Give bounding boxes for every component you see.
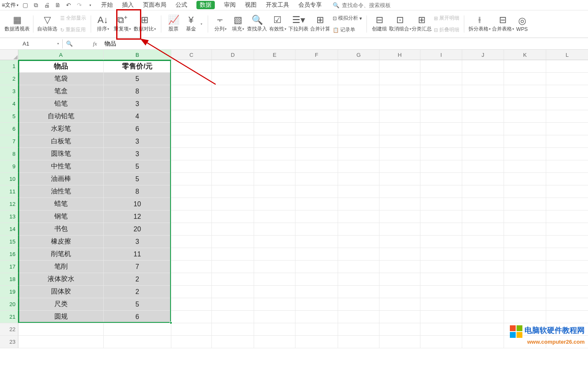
cell-K13[interactable] xyxy=(504,210,546,223)
cell-E9[interactable] xyxy=(254,160,295,173)
cell-A7[interactable]: 白板笔 xyxy=(18,135,104,148)
cell-C2[interactable] xyxy=(171,73,212,85)
cell-H13[interactable] xyxy=(379,210,420,223)
cell-L6[interactable] xyxy=(546,123,588,135)
cell-D1[interactable] xyxy=(212,60,254,73)
cell-D11[interactable] xyxy=(212,185,254,198)
cell-E13[interactable] xyxy=(254,210,295,223)
cell-K8[interactable] xyxy=(504,148,546,160)
cell-E16[interactable] xyxy=(254,248,295,261)
cell-G15[interactable] xyxy=(338,236,379,248)
saveas-icon[interactable]: ⧉ xyxy=(33,2,39,8)
search-input[interactable] xyxy=(341,2,408,9)
cell-E5[interactable] xyxy=(254,110,295,123)
auto-filter-button[interactable]: ▽自动筛选 xyxy=(37,12,58,36)
cell-K9[interactable] xyxy=(504,160,546,173)
cell-D20[interactable] xyxy=(212,298,254,311)
cell-H9[interactable] xyxy=(379,160,420,173)
cell-B7[interactable]: 3 xyxy=(104,135,171,148)
dropdown-list-button[interactable]: ☰▾下拉列表 xyxy=(288,12,309,36)
cell-G14[interactable] xyxy=(338,223,379,236)
cell-A18[interactable]: 液体胶水 xyxy=(18,273,104,286)
qat-dropdown-icon[interactable]: ▾ xyxy=(87,2,94,8)
cell-B2[interactable]: 5 xyxy=(104,73,171,85)
print-icon[interactable]: 🖨 xyxy=(43,2,50,8)
cell-K2[interactable] xyxy=(504,73,546,85)
print-preview-icon[interactable]: 🗎 xyxy=(54,2,61,8)
cell-A14[interactable]: 书包 xyxy=(18,223,104,236)
cell-L17[interactable] xyxy=(546,261,588,273)
cell-I15[interactable] xyxy=(420,236,462,248)
cell-L1[interactable] xyxy=(546,60,588,73)
cell-E6[interactable] xyxy=(254,123,295,135)
cell-D10[interactable] xyxy=(212,173,254,185)
row-head-17[interactable]: 17 xyxy=(0,261,18,273)
cell-H8[interactable] xyxy=(379,148,420,160)
cell-J15[interactable] xyxy=(462,236,504,248)
cell-K20[interactable] xyxy=(504,298,546,311)
cell-G12[interactable] xyxy=(338,198,379,210)
cell-L2[interactable] xyxy=(546,73,588,85)
row-head-6[interactable]: 6 xyxy=(0,123,18,135)
cell-F15[interactable] xyxy=(295,236,338,248)
tab-layout[interactable]: 页面布局 xyxy=(143,1,166,9)
cell-B4[interactable]: 3 xyxy=(104,98,171,110)
cell-L5[interactable] xyxy=(546,110,588,123)
col-head-I[interactable]: I xyxy=(420,50,462,60)
cell-I21[interactable] xyxy=(420,311,462,323)
cell-A15[interactable]: 橡皮擦 xyxy=(18,236,104,248)
cell-E10[interactable] xyxy=(254,173,295,185)
cell-H1[interactable] xyxy=(379,60,420,73)
cell-C16[interactable] xyxy=(171,248,212,261)
cell-H2[interactable] xyxy=(379,73,420,85)
cell-E4[interactable] xyxy=(254,98,295,110)
cell-I7[interactable] xyxy=(420,135,462,148)
cell-F14[interactable] xyxy=(295,223,338,236)
cell-C22[interactable] xyxy=(171,323,212,336)
cell-A16[interactable]: 削笔机 xyxy=(18,248,104,261)
row-head-22[interactable]: 22 xyxy=(0,323,18,336)
cell-H7[interactable] xyxy=(379,135,420,148)
subtotal-button[interactable]: ⊞分类汇总 xyxy=(411,12,432,36)
col-head-E[interactable]: E xyxy=(254,50,295,60)
cell-F13[interactable] xyxy=(295,210,338,223)
cell-D16[interactable] xyxy=(212,248,254,261)
cell-G1[interactable] xyxy=(338,60,379,73)
row-head-15[interactable]: 15 xyxy=(0,236,18,248)
cell-G7[interactable] xyxy=(338,135,379,148)
stock-button[interactable]: 📈股票 xyxy=(165,12,182,36)
cell-B23[interactable] xyxy=(104,336,171,348)
cell-L9[interactable] xyxy=(546,160,588,173)
cell-L4[interactable] xyxy=(546,98,588,110)
cell-J14[interactable] xyxy=(462,223,504,236)
cell-F11[interactable] xyxy=(295,185,338,198)
cell-J17[interactable] xyxy=(462,261,504,273)
cell-C14[interactable] xyxy=(171,223,212,236)
cell-K5[interactable] xyxy=(504,110,546,123)
row-head-20[interactable]: 20 xyxy=(0,298,18,311)
row-head-21[interactable]: 21 xyxy=(0,311,18,323)
formula-input[interactable] xyxy=(100,39,588,48)
cell-H6[interactable] xyxy=(379,123,420,135)
cell-D15[interactable] xyxy=(212,236,254,248)
row-head-9[interactable]: 9 xyxy=(0,160,18,173)
row-head-12[interactable]: 12 xyxy=(0,198,18,210)
cell-H12[interactable] xyxy=(379,198,420,210)
cell-I12[interactable] xyxy=(420,198,462,210)
cell-C4[interactable] xyxy=(171,98,212,110)
cell-E3[interactable] xyxy=(254,85,295,98)
save-icon[interactable]: ▢ xyxy=(22,2,28,8)
cell-C9[interactable] xyxy=(171,160,212,173)
row-head-13[interactable]: 13 xyxy=(0,210,18,223)
cell-D23[interactable] xyxy=(212,336,254,348)
cell-K1[interactable] xyxy=(504,60,546,73)
merge-table-button[interactable]: ⊟合并表格▾ xyxy=(491,12,514,36)
select-all-corner[interactable] xyxy=(0,50,18,60)
row-head-19[interactable]: 19 xyxy=(0,286,18,298)
fill-button[interactable]: ▧填充▾ xyxy=(229,12,247,36)
cell-E12[interactable] xyxy=(254,198,295,210)
cell-G18[interactable] xyxy=(338,273,379,286)
cell-E22[interactable] xyxy=(254,323,295,336)
cell-E7[interactable] xyxy=(254,135,295,148)
cell-F5[interactable] xyxy=(295,110,338,123)
